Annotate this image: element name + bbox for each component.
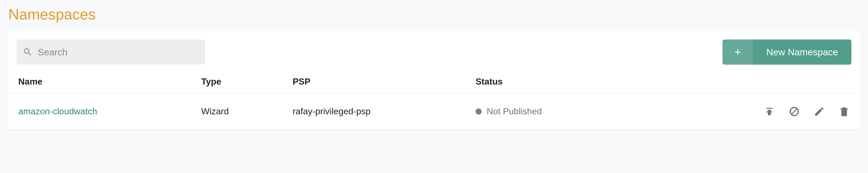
page-title: Namespaces — [8, 5, 860, 23]
status-dot-icon — [475, 108, 482, 115]
status-badge: Not Published — [475, 106, 722, 117]
new-namespace-label: New Namespace — [753, 40, 851, 65]
search-input[interactable] — [38, 47, 199, 57]
publish-icon[interactable] — [764, 106, 775, 117]
column-header-psp: PSP — [293, 76, 475, 87]
table-header-row: Name Type PSP Status — [8, 70, 860, 94]
search-icon — [23, 47, 33, 57]
card-header: + New Namespace — [8, 31, 860, 70]
search-box[interactable] — [17, 40, 205, 65]
namespace-psp-cell: rafay-privileged-psp — [293, 106, 475, 117]
block-icon[interactable] — [789, 106, 800, 117]
column-header-name: Name — [18, 76, 201, 87]
column-header-type: Type — [201, 76, 293, 87]
plus-icon: + — [722, 40, 753, 65]
edit-icon[interactable] — [814, 106, 825, 117]
status-label: Not Published — [487, 106, 542, 117]
column-header-status: Status — [475, 76, 722, 87]
new-namespace-button[interactable]: + New Namespace — [722, 40, 851, 65]
namespace-type-cell: Wizard — [201, 106, 293, 117]
namespaces-table: Name Type PSP Status amazon-cloudwatch W… — [8, 70, 860, 130]
namespaces-card: + New Namespace Name Type PSP Status ama… — [8, 31, 860, 130]
delete-icon[interactable] — [839, 106, 850, 117]
namespace-name-link[interactable]: amazon-cloudwatch — [18, 106, 97, 116]
table-row: amazon-cloudwatch Wizard rafay-privilege… — [8, 94, 860, 130]
